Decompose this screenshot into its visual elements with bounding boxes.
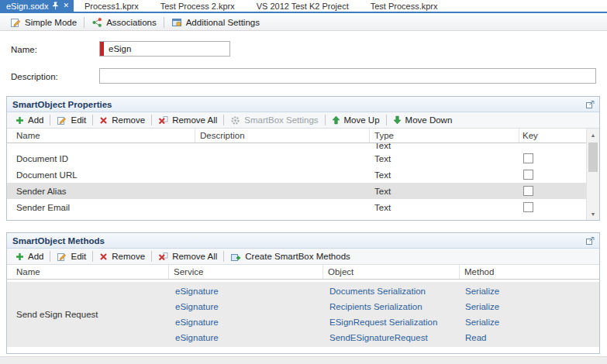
table-row[interactable]: Text: [7, 143, 586, 150]
remove-button[interactable]: Remove: [94, 252, 150, 261]
smartbox-settings-button[interactable]: SmartBox Settings: [225, 115, 323, 125]
service-link[interactable]: eSignature: [169, 302, 323, 311]
edit-button[interactable]: Edit: [51, 115, 91, 125]
method-detail-row: eSignature Recipients Serialization Seri…: [169, 299, 599, 314]
toolbar-separator: [223, 115, 224, 125]
edit-label: Edit: [71, 252, 86, 261]
remove-button[interactable]: Remove: [94, 115, 150, 125]
tab-process1-kprx[interactable]: Process1.kprx: [74, 0, 150, 12]
method-detail-rows: eSignature Documents Serialization Seria…: [169, 282, 599, 347]
method-link[interactable]: Serialize: [460, 287, 599, 296]
scroll-up-button[interactable]: ▲: [587, 129, 599, 141]
properties-table-body: Text Document ID Text Document URL Text …: [7, 143, 586, 215]
column-header-type: Type: [370, 129, 519, 143]
cell-key: [519, 186, 573, 196]
methods-toolbar: Add Edit Remove Remove All Create SmartB…: [7, 249, 599, 265]
close-icon[interactable]: ✕: [63, 2, 69, 9]
scroll-down-button[interactable]: ▼: [587, 208, 599, 220]
toolbar-separator: [92, 115, 93, 125]
create-smartbox-methods-button[interactable]: Create SmartBox Methods: [225, 252, 356, 262]
method-link[interactable]: Read: [460, 333, 599, 342]
table-row[interactable]: Document URL Text: [7, 167, 586, 183]
edit-icon: [57, 115, 67, 125]
cell-type: Text: [370, 143, 519, 150]
key-checkbox[interactable]: [523, 170, 533, 180]
table-row[interactable]: Document ID Text: [7, 150, 586, 167]
object-link[interactable]: Recipients Serialization: [323, 302, 460, 311]
tab-test-process-2-kprx[interactable]: Test Process 2.kprx: [150, 0, 246, 12]
move-down-button[interactable]: Move Down: [388, 115, 458, 125]
add-button[interactable]: Add: [10, 115, 49, 125]
add-button[interactable]: Add: [10, 252, 49, 261]
toolbar-separator: [223, 251, 224, 262]
popout-icon[interactable]: [585, 100, 595, 109]
table-row[interactable]: Sender Email Text: [7, 199, 586, 215]
edit-button[interactable]: Edit: [51, 252, 91, 262]
cell-name: Sender Alias: [7, 187, 195, 196]
simple-mode-button[interactable]: Simple Mode: [4, 15, 83, 29]
additional-settings-icon: [171, 17, 182, 28]
properties-toolbar: Add Edit Remove Remove All SmartBox Sett…: [7, 112, 599, 129]
name-label: Name:: [11, 45, 37, 54]
service-link[interactable]: eSignature: [169, 318, 323, 327]
methods-table-body: Send eSign Request eSignature Documents …: [7, 280, 599, 347]
toolbar-separator: [92, 251, 93, 262]
smartbox-settings-icon: [230, 115, 240, 125]
toolbar-separator: [325, 115, 326, 125]
method-detail-row: eSignature ESignRequest Serialization Se…: [169, 314, 599, 330]
methods-table-header: Name Service Object Method: [7, 265, 599, 280]
key-checkbox[interactable]: [523, 202, 533, 212]
remove-all-button[interactable]: Remove All: [153, 115, 222, 125]
smartbox-settings-label: SmartBox Settings: [244, 115, 318, 125]
table-row-selected[interactable]: Sender Alias Text: [7, 183, 586, 199]
tab-label: VS 2012 Test K2 Project: [257, 2, 349, 11]
scrollbar-thumb[interactable]: [588, 143, 598, 172]
object-link[interactable]: Documents Serialization: [323, 287, 460, 296]
edit-icon: [57, 252, 67, 262]
column-header-description: Description: [195, 129, 370, 143]
method-group-row[interactable]: Send eSign Request eSignature Documents …: [7, 282, 599, 347]
method-link[interactable]: Serialize: [460, 302, 599, 311]
object-link[interactable]: ESignRequest Serialization: [323, 318, 460, 327]
add-icon: [16, 116, 24, 125]
properties-panel-title: SmartObject Properties: [12, 100, 112, 109]
column-header-method: Method: [460, 265, 599, 279]
toolbar-separator: [50, 115, 50, 125]
cell-key: [519, 202, 573, 212]
methods-panel-header: SmartObject Methods: [7, 233, 599, 249]
service-link[interactable]: eSignature: [169, 333, 323, 342]
remove-all-button[interactable]: Remove All: [153, 252, 222, 261]
create-smartbox-methods-icon: [230, 252, 241, 262]
simple-mode-icon: [10, 17, 21, 28]
cell-type: Text: [370, 170, 519, 180]
key-checkbox[interactable]: [523, 153, 533, 163]
method-link[interactable]: Serialize: [460, 318, 599, 327]
column-header-service: Service: [169, 265, 323, 279]
description-input[interactable]: [100, 69, 595, 83]
method-detail-row: eSignature Documents Serialization Seria…: [169, 283, 599, 299]
toolbar-separator: [151, 115, 152, 125]
move-down-label: Move Down: [405, 115, 453, 125]
add-label: Add: [28, 115, 43, 125]
tab-vs-2012-test-k2-project[interactable]: VS 2012 Test K2 Project: [246, 0, 360, 12]
associations-button[interactable]: Associations: [85, 15, 163, 29]
pin-icon[interactable]: [52, 2, 59, 10]
methods-panel-title: SmartObject Methods: [12, 236, 105, 246]
key-checkbox[interactable]: [523, 186, 533, 196]
popout-icon[interactable]: [585, 236, 595, 246]
associations-icon: [91, 17, 102, 28]
remove-all-label: Remove All: [172, 252, 217, 261]
tab-test-process-kprx[interactable]: Test Process.kprx: [360, 0, 449, 12]
remove-icon: [99, 116, 108, 125]
column-header-object: Object: [323, 265, 460, 279]
cell-type: Text: [370, 154, 519, 163]
tab-label: Process1.kprx: [84, 2, 139, 11]
name-input[interactable]: [104, 42, 229, 56]
move-up-button[interactable]: Move Up: [326, 115, 385, 125]
service-link[interactable]: eSignature: [169, 287, 323, 296]
object-link[interactable]: SendESignatureRequest: [323, 333, 460, 342]
vertical-scrollbar[interactable]: ▲ ▼: [586, 129, 599, 220]
tab-esign-sodx[interactable]: eSign.sodx ✕: [0, 0, 74, 12]
toolbar-separator: [164, 17, 164, 28]
additional-settings-button[interactable]: Additional Settings: [165, 15, 266, 29]
